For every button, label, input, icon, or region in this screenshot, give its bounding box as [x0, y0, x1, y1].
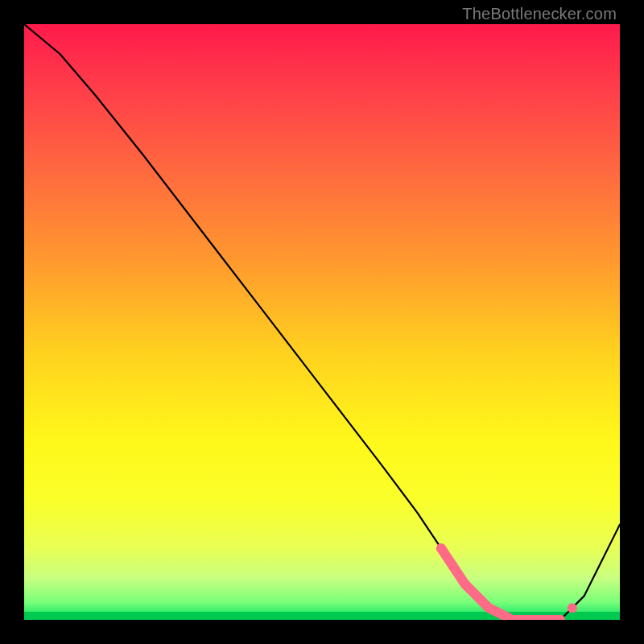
highlight-dot	[568, 603, 577, 613]
highlight-dots	[436, 543, 577, 620]
watermark-text: TheBottlenecker.com	[462, 5, 617, 23]
plot-area	[24, 24, 620, 620]
highlight-dot	[436, 543, 446, 553]
curve-path	[24, 24, 620, 620]
highlight-dot	[448, 561, 458, 571]
highlight-band-path	[441, 548, 560, 620]
chart-frame: TheBottlenecker.com	[0, 0, 644, 644]
bottleneck-curve	[24, 24, 620, 620]
